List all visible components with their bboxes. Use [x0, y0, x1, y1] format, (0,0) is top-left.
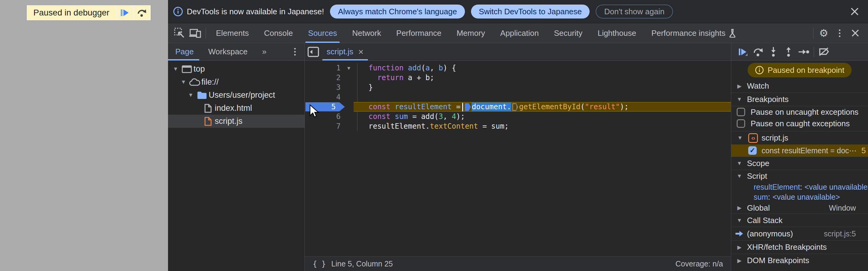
chevron-down-icon[interactable]: ▼ [179, 79, 188, 85]
settings-gear-icon[interactable]: ⚙ [816, 26, 832, 40]
scope-variable-row[interactable]: resultElement: <value unavailable> [731, 182, 868, 192]
breakpoint-snippet: const resultElement = doc⋯ [762, 146, 857, 155]
infobar-message: DevTools is now available in Japanese! [187, 7, 324, 17]
code-area[interactable]: 1▼function add(a, b) {2 return a + b;3}4… [305, 61, 731, 257]
step-into-button[interactable] [766, 45, 781, 59]
section-xhr-breakpoints[interactable]: ▶ XHR/fetch Breakpoints [731, 240, 868, 254]
tree-item-index-html[interactable]: index.html [168, 102, 305, 115]
tab-label: Security [554, 29, 583, 38]
navigator-kebab-icon[interactable] [289, 48, 301, 56]
tab-lighthouse[interactable]: Lighthouse [590, 23, 644, 43]
code-line-5[interactable]: 5const resultElement =document.getElemen… [305, 102, 731, 112]
pretty-print-icon[interactable]: { } [313, 260, 326, 268]
editor-tab-scriptjs[interactable]: script.js × [322, 43, 369, 60]
line-number[interactable]: 1 [305, 64, 341, 72]
code-line-4[interactable]: 4 [305, 92, 731, 102]
global-label: Global [747, 203, 770, 213]
step-over-icon [137, 8, 147, 17]
tabbar-right-controls: ⚙ [811, 26, 868, 40]
chevron-down-icon[interactable]: ▼ [171, 66, 180, 72]
code-line-7[interactable]: 7resultElement.textContent = sum; [305, 121, 731, 131]
pause-caught-row[interactable]: Pause on caught exceptions [731, 118, 868, 129]
device-toolbar-button[interactable] [187, 26, 203, 40]
resume-button[interactable] [736, 45, 751, 59]
scope-variable-row[interactable]: sum: <value unavailable> [731, 192, 868, 202]
language-infobar: DevTools is now available in Japanese! A… [168, 0, 868, 23]
editor-tab-close-icon[interactable]: × [358, 47, 364, 56]
tab-sources[interactable]: Sources [301, 23, 344, 43]
chevron-right-icon: ▶ [736, 244, 743, 251]
call-stack-frame[interactable]: (anonymous) script.js:5 [731, 227, 868, 240]
tree-item-script-js[interactable]: script.js [168, 115, 305, 128]
resume-script-button[interactable] [117, 6, 133, 20]
tab-workspace[interactable]: Workspace [201, 43, 255, 60]
breakpoints-label: Breakpoints [747, 95, 788, 104]
tab-page[interactable]: Page [168, 43, 201, 60]
variable-name: sum [754, 193, 768, 202]
dont-show-again-button[interactable]: Don't show again [596, 5, 673, 19]
chevron-down-icon[interactable]: ▼ [186, 92, 195, 98]
navigator-tabbar: Page Workspace » [168, 43, 305, 61]
tab-performance-insights[interactable]: Performance insights [644, 23, 744, 43]
scope-global-group[interactable]: ▶ Global Window [731, 202, 868, 214]
always-match-language-button[interactable]: Always match Chrome's language [330, 5, 465, 19]
breakpoint-entry[interactable]: ✓ const resultElement = doc⋯ 5 [731, 145, 868, 157]
tab-label: Memory [457, 29, 485, 38]
debugger-sidebar: Paused on breakpoint ▶ Watch ▼ Breakpoin… [731, 43, 868, 271]
panel-collapse-icon [307, 47, 319, 57]
deactivate-breakpoints-button[interactable] [816, 45, 832, 59]
line-number[interactable]: 2 [305, 73, 341, 82]
inspect-element-button[interactable] [172, 26, 187, 40]
scope-script-group[interactable]: ▼ Script [731, 170, 868, 182]
line-number[interactable]: 3 [305, 83, 341, 92]
section-watch[interactable]: ▶ Watch [731, 80, 868, 93]
step-out-button[interactable] [781, 45, 796, 59]
code-line-2[interactable]: 2 return a + b; [305, 73, 731, 83]
panel-tabs: ElementsConsoleSourcesNetworkPerformance… [208, 23, 744, 43]
frame-location: script.js:5 [824, 230, 868, 238]
more-options-kebab-icon[interactable] [832, 26, 847, 40]
tab-security[interactable]: Security [547, 23, 590, 43]
scope-script-label: Script [747, 172, 767, 181]
tab-label: Application [500, 29, 539, 38]
code-line-6[interactable]: 6const sum = add(3, 4); [305, 112, 731, 121]
code-line-1[interactable]: 1▼function add(a, b) { [305, 63, 731, 73]
code-text: const resultElement =document.getElement… [357, 102, 629, 111]
pause-uncaught-row[interactable]: Pause on uncaught exceptions [731, 106, 868, 118]
line-number[interactable]: 7 [305, 122, 341, 130]
breakpoint-file-group[interactable]: ▼ ‹› script.js [731, 131, 868, 145]
section-breakpoints[interactable]: ▼ Breakpoints [731, 93, 868, 106]
step-button[interactable] [796, 45, 811, 59]
infobar-close-button[interactable] [848, 5, 861, 18]
inline-breakpoint-marker-active[interactable] [465, 103, 471, 111]
tree-item-file[interactable]: ▼file:// [168, 76, 305, 89]
step-over-button[interactable] [134, 6, 150, 20]
tab-network[interactable]: Network [344, 23, 389, 43]
section-call-stack[interactable]: ▼ Call Stack [731, 214, 868, 227]
tree-item-users-user-project[interactable]: ▼Users/user/project [168, 89, 305, 102]
line-number[interactable]: 4 [305, 93, 341, 101]
tree-item-top[interactable]: ▼top [168, 62, 305, 76]
tab-console[interactable]: Console [256, 23, 300, 43]
section-dom-breakpoints[interactable]: ▶ DOM Breakpoints [731, 254, 868, 267]
inline-breakpoint-marker[interactable] [512, 103, 518, 111]
tab-label: Console [264, 29, 293, 38]
breakpoint-checkbox[interactable]: ✓ [748, 146, 757, 155]
tab-performance[interactable]: Performance [389, 23, 449, 43]
switch-devtools-japanese-button[interactable]: Switch DevTools to Japanese [471, 5, 590, 19]
code-line-3[interactable]: 3} [305, 83, 731, 92]
tree-item-label: script.js [215, 117, 243, 126]
more-tabs-chevron[interactable]: » [255, 43, 274, 60]
step-over-button[interactable] [751, 45, 766, 59]
devtools-close-button[interactable] [847, 26, 863, 40]
paused-message-label: Paused on breakpoint [768, 65, 844, 75]
pause-caught-checkbox[interactable] [737, 119, 745, 128]
fold-arrow-icon[interactable]: ▼ [341, 65, 357, 71]
tab-label: Sources [308, 29, 337, 38]
tab-application[interactable]: Application [493, 23, 546, 43]
pause-uncaught-checkbox[interactable] [737, 108, 745, 116]
tab-elements[interactable]: Elements [208, 23, 256, 43]
tab-memory[interactable]: Memory [449, 23, 493, 43]
section-scope[interactable]: ▼ Scope [731, 157, 868, 170]
hide-navigator-button[interactable] [305, 47, 322, 57]
